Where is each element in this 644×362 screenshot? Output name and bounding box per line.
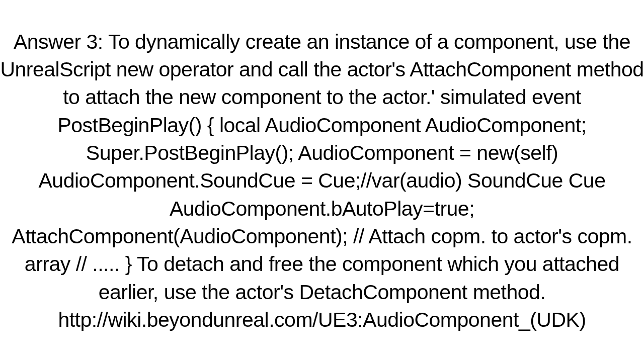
document-text: Answer 3: To dynamically create an insta… xyxy=(0,28,644,334)
